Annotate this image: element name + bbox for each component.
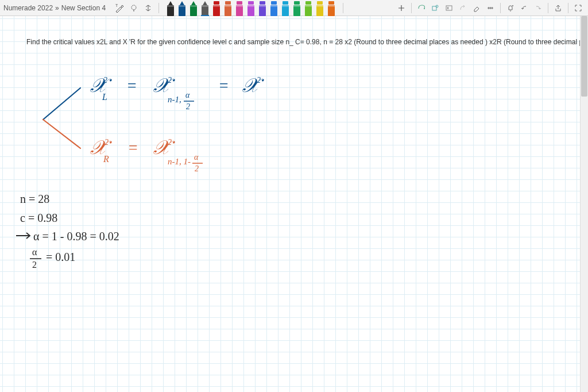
highlighter-pen[interactable] [211, 1, 222, 16]
notification-icon[interactable] [504, 2, 517, 14]
problem-text: Find the critical values x2L and X 'R fo… [26, 38, 588, 46]
breadcrumb-root[interactable]: Numerade 2022 [3, 4, 53, 12]
pen-palette [165, 0, 336, 16]
svg-rect-18 [225, 1, 231, 5]
toolbar: Numerade 2022 » New Section 4 T [0, 0, 588, 16]
divider [500, 3, 501, 13]
highlighter-pen[interactable] [234, 1, 245, 16]
redo-icon[interactable] [532, 2, 544, 14]
svg-marker-9 [191, 1, 196, 5]
ruler-icon[interactable] [484, 2, 497, 14]
svg-rect-24 [248, 1, 254, 5]
divider [548, 3, 548, 13]
svg-rect-11 [190, 5, 197, 7]
svg-rect-14 [202, 5, 208, 7]
svg-rect-45 [328, 1, 334, 5]
ink-pen[interactable] [165, 1, 176, 16]
svg-rect-27 [260, 1, 265, 5]
shape-lasso-icon[interactable] [415, 2, 428, 14]
highlighter-pen[interactable] [257, 1, 268, 16]
svg-rect-41 [305, 5, 312, 7]
svg-rect-8 [179, 5, 185, 7]
divider [411, 3, 412, 13]
share-icon[interactable] [552, 2, 564, 14]
highlighter-pen[interactable] [303, 1, 314, 16]
breadcrumb[interactable]: Numerade 2022 » New Section 4 [3, 4, 106, 12]
svg-rect-35 [282, 5, 289, 7]
svg-rect-17 [213, 5, 220, 7]
canvas[interactable]: Find the critical values x2L and X 'R fo… [0, 16, 588, 392]
svg-point-1 [131, 5, 136, 10]
divider [158, 3, 159, 13]
ink-pen[interactable] [200, 1, 210, 16]
fullscreen-icon[interactable] [572, 2, 585, 14]
grid-background [0, 16, 588, 392]
svg-marker-12 [203, 1, 207, 5]
divider [568, 3, 568, 13]
scrollbar[interactable] [580, 16, 588, 392]
eraser-icon[interactable] [470, 2, 483, 14]
svg-rect-5 [167, 5, 174, 7]
add-pen-icon[interactable] [395, 2, 408, 14]
scrollbar-thumb[interactable] [581, 16, 587, 97]
svg-rect-42 [317, 1, 323, 5]
svg-rect-33 [283, 1, 288, 5]
svg-marker-6 [180, 1, 184, 5]
svg-rect-26 [247, 5, 254, 7]
svg-rect-15 [214, 1, 219, 5]
svg-rect-20 [225, 5, 231, 7]
svg-point-48 [424, 8, 425, 9]
breadcrumb-page[interactable]: New Section 4 [61, 4, 106, 12]
ink-pen[interactable] [177, 1, 187, 16]
highlighter-pen[interactable] [315, 1, 325, 16]
svg-rect-44 [316, 5, 323, 7]
svg-rect-47 [328, 5, 335, 7]
insert-space-icon[interactable] [142, 2, 154, 14]
ink-to-shape-icon[interactable] [429, 2, 442, 14]
ink-pen[interactable] [188, 1, 199, 16]
ink-replay-icon[interactable] [457, 2, 469, 14]
svg-rect-51 [446, 6, 452, 10]
undo-icon[interactable] [518, 2, 531, 14]
highlighter-pen[interactable] [269, 1, 279, 16]
right-toolbar [395, 2, 585, 14]
svg-point-52 [512, 5, 513, 6]
divider [343, 3, 343, 13]
svg-rect-23 [236, 5, 243, 7]
text-tool-icon[interactable]: T [113, 2, 126, 14]
svg-rect-21 [237, 1, 242, 5]
svg-marker-3 [168, 1, 173, 5]
lasso-icon[interactable] [127, 2, 140, 14]
svg-rect-32 [270, 5, 277, 7]
svg-text:T: T [115, 3, 118, 7]
highlighter-pen[interactable] [292, 1, 302, 16]
svg-rect-39 [305, 1, 311, 5]
highlighter-pen[interactable] [246, 1, 256, 16]
highlighter-pen[interactable] [326, 1, 336, 16]
svg-rect-38 [293, 5, 300, 7]
svg-rect-36 [294, 1, 300, 5]
svg-rect-29 [259, 5, 266, 7]
ink-to-math-icon[interactable] [443, 2, 455, 14]
highlighter-pen[interactable] [280, 1, 291, 16]
highlighter-pen[interactable] [223, 1, 233, 16]
svg-rect-30 [271, 1, 277, 5]
breadcrumb-sep: » [55, 4, 59, 12]
